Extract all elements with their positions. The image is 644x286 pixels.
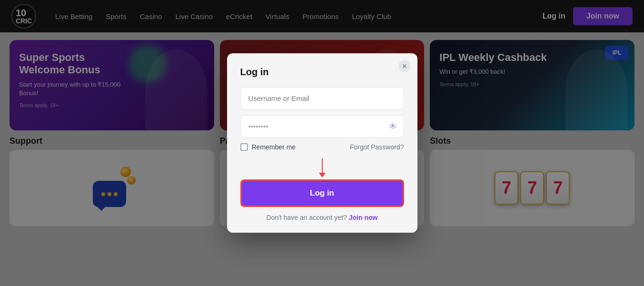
modal-overlay: Log in ✕ 👁 Remember me Forgot Password? … xyxy=(0,0,644,286)
arrow-indicator xyxy=(240,158,404,178)
arrow-head xyxy=(319,173,326,178)
password-input[interactable] xyxy=(240,115,404,138)
arrow-line xyxy=(322,158,323,173)
remember-label: Remember me xyxy=(252,143,296,151)
modal-join-link[interactable]: Join now xyxy=(349,214,378,221)
login-modal: Log in ✕ 👁 Remember me Forgot Password? … xyxy=(227,53,417,233)
remember-left: Remember me xyxy=(240,143,296,151)
modal-close-button[interactable]: ✕ xyxy=(398,60,411,72)
remember-checkbox[interactable] xyxy=(240,143,248,151)
no-account-row: Don't have an account yet? Join now xyxy=(240,214,404,221)
modal-login-button[interactable]: Log in xyxy=(240,179,404,207)
no-account-text: Don't have an account yet? xyxy=(267,214,347,221)
close-icon: ✕ xyxy=(402,62,407,70)
username-input[interactable] xyxy=(240,87,404,109)
username-group xyxy=(240,87,404,109)
modal-title: Log in xyxy=(240,67,404,78)
forgot-password-link[interactable]: Forgot Password? xyxy=(350,143,404,151)
password-group: 👁 xyxy=(240,115,404,138)
remember-row: Remember me Forgot Password? xyxy=(240,143,404,151)
eye-icon[interactable]: 👁 xyxy=(389,121,397,131)
